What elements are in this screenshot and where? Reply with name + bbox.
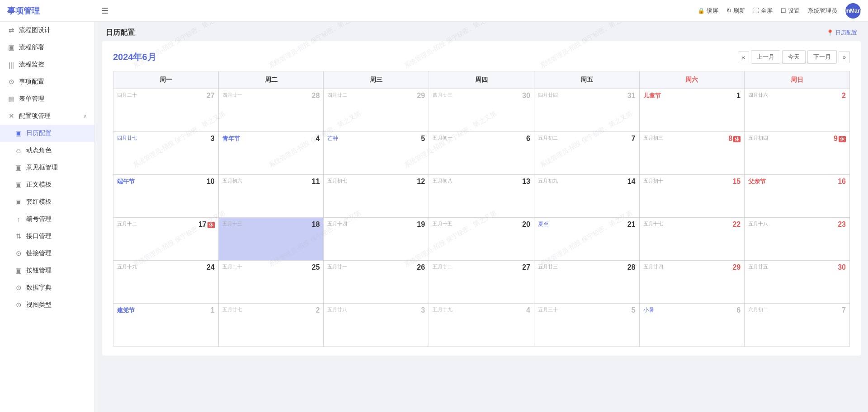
cell-lunar: 五月初七 bbox=[327, 178, 347, 184]
sidebar-item-flow-monitor[interactable]: ||| 流程监控 bbox=[0, 56, 94, 73]
calendar-cell-r2c0[interactable]: 端午节10 bbox=[113, 175, 219, 218]
sidebar-group-config-options[interactable]: ✕ 配置项管理 ∧ bbox=[0, 108, 94, 125]
calendar-cell-r2c3[interactable]: 五月初八13 bbox=[429, 175, 534, 218]
collapse-icon: ∧ bbox=[83, 113, 87, 119]
cell-lunar: 五月十三 bbox=[222, 220, 242, 227]
calendar-cell-r4c0[interactable]: 五月十九24 bbox=[113, 261, 219, 304]
calendar-cell-r1c3[interactable]: 五月初一6 bbox=[429, 132, 534, 175]
calendar-cell-r2c6[interactable]: 父亲节16 bbox=[745, 175, 850, 218]
today-button[interactable]: 今天 bbox=[782, 50, 806, 64]
sidebar-item-dynamic-role[interactable]: ☺ 动态角色 bbox=[0, 142, 94, 159]
cell-holiday: 儿童节 bbox=[643, 92, 661, 100]
calendar-cell-r1c1[interactable]: 青年节4 bbox=[218, 132, 324, 175]
calendar-cell-r4c3[interactable]: 五月廿二27 bbox=[429, 261, 534, 304]
sidebar-item-label: 意见框管理 bbox=[26, 164, 58, 172]
sidebar-item-interface-manage[interactable]: ⇅ 接口管理 bbox=[0, 228, 94, 245]
lock-screen-button[interactable]: 🔒 锁屏 bbox=[698, 7, 718, 15]
week-tue: 周二 bbox=[218, 71, 324, 89]
cell-date: 18 bbox=[312, 220, 320, 229]
next-month-button[interactable]: 下一月 bbox=[807, 50, 837, 64]
calendar-cell-r3c2[interactable]: 五月十四19 bbox=[324, 218, 429, 261]
cell-date: 16 bbox=[838, 178, 846, 186]
sidebar-item-label: 动态角色 bbox=[26, 146, 52, 154]
number-manage-icon: ↑ bbox=[14, 215, 23, 223]
prev-month-button[interactable]: 上一月 bbox=[751, 50, 780, 64]
calendar-cell-r4c4[interactable]: 五月廿三28 bbox=[534, 261, 639, 304]
calendar-cell-r5c5[interactable]: 小暑6 bbox=[639, 304, 745, 346]
page-title: 日历配置 bbox=[106, 28, 135, 37]
sidebar-item-number-manage[interactable]: ↑ 编号管理 bbox=[0, 211, 94, 228]
cell-lunar: 五月初八 bbox=[433, 178, 453, 184]
calendar-cell-r5c6[interactable]: 六月初二7 bbox=[745, 304, 850, 346]
next-next-button[interactable]: » bbox=[839, 51, 850, 63]
calendar-cell-r5c4[interactable]: 五月三十5 bbox=[534, 304, 639, 346]
sidebar-item-flow-deploy[interactable]: ▣ 流程部署 bbox=[0, 39, 94, 56]
sidebar-item-red-template[interactable]: ▣ 套红模板 bbox=[0, 193, 94, 211]
cell-lunar: 五月十五 bbox=[433, 220, 453, 227]
calendar-cell-r5c0[interactable]: 建党节1 bbox=[113, 304, 219, 346]
calendar-cell-r2c5[interactable]: 五月初十15 bbox=[639, 175, 745, 218]
calendar-cell-r1c0[interactable]: 四月廿七3 bbox=[113, 132, 219, 175]
calendar-cell-r2c1[interactable]: 五月初六11 bbox=[218, 175, 324, 218]
cell-date: 3 bbox=[211, 135, 215, 143]
calendar-tbody: 四月二十27四月廿一28四月廿二29四月廿三30四月廿四31儿童节1四月廿六2四… bbox=[113, 89, 850, 346]
calendar-cell-r2c4[interactable]: 五月初九14 bbox=[534, 175, 639, 218]
calendar-cell-r3c3[interactable]: 五月十五20 bbox=[429, 218, 534, 261]
calendar-cell-r4c6[interactable]: 五月廿五30 bbox=[745, 261, 850, 304]
refresh-button[interactable]: ↻ 刷新 bbox=[726, 7, 745, 15]
cell-lunar: 五月廿七 bbox=[222, 306, 242, 313]
calendar-table: 周一 周二 周三 周四 周五 周六 周日 四月二十27四月廿一28四月廿二29四… bbox=[113, 71, 850, 346]
calendar-cell-r3c0[interactable]: 五月十二17休 bbox=[113, 218, 219, 261]
calendar-cell-r0c2[interactable]: 四月廿二29 bbox=[324, 89, 429, 132]
sidebar-item-data-dict[interactable]: ⊙ 数据字典 bbox=[0, 279, 94, 296]
cell-date: 20 bbox=[522, 220, 530, 229]
sidebar-item-button-manage[interactable]: ▣ 按钮管理 bbox=[0, 262, 94, 279]
calendar-header: 2024年6月 « 上一月 今天 下一月 » bbox=[113, 50, 850, 64]
avatar[interactable]: mMan bbox=[845, 3, 861, 19]
calendar-cell-r3c4[interactable]: 夏至21 bbox=[534, 218, 639, 261]
sidebar-item-label: 表单管理 bbox=[19, 95, 44, 103]
calendar-cell-r1c5[interactable]: 五月初三8休 bbox=[639, 132, 745, 175]
sidebar-item-view-type[interactable]: ⊙ 视图类型 bbox=[0, 296, 94, 314]
calendar-cell-r3c6[interactable]: 五月十八23 bbox=[745, 218, 850, 261]
calendar-cell-r4c2[interactable]: 五月廿一26 bbox=[324, 261, 429, 304]
calendar-cell-r0c6[interactable]: 四月廿六2 bbox=[745, 89, 850, 132]
sidebar-item-label: 流程部署 bbox=[19, 43, 44, 52]
cell-solar: 小暑 bbox=[643, 306, 654, 314]
calendar-thead: 周一 周二 周三 周四 周五 周六 周日 bbox=[113, 71, 850, 89]
calendar-cell-r5c2[interactable]: 五月廿八3 bbox=[324, 304, 429, 346]
calendar-cell-r3c1[interactable]: 五月十三18 bbox=[218, 218, 324, 261]
sidebar-item-feedback[interactable]: ▣ 意见框管理 bbox=[0, 159, 94, 176]
cell-date: 5 bbox=[632, 306, 636, 314]
settings-button[interactable]: ☐ 设置 bbox=[781, 7, 800, 15]
sidebar-item-task-config[interactable]: ⊙ 事项配置 bbox=[0, 73, 94, 90]
calendar-cell-r1c6[interactable]: 五月初四9休 bbox=[745, 132, 850, 175]
calendar-cell-r0c4[interactable]: 四月廿四31 bbox=[534, 89, 639, 132]
calendar-cell-r5c3[interactable]: 五月廿九4 bbox=[429, 304, 534, 346]
cell-lunar: 四月二十 bbox=[117, 92, 137, 98]
sidebar-item-link-manage[interactable]: ⊙ 链接管理 bbox=[0, 245, 94, 262]
calendar-cell-r0c5[interactable]: 儿童节1 bbox=[639, 89, 745, 132]
cell-lunar: 五月初二 bbox=[538, 135, 558, 141]
calendar-cell-r3c5[interactable]: 五月十七22 bbox=[639, 218, 745, 261]
calendar-cell-r0c3[interactable]: 四月廿三30 bbox=[429, 89, 534, 132]
calendar-cell-r5c1[interactable]: 五月廿七2 bbox=[218, 304, 324, 346]
fullscreen-button[interactable]: ⛶ 全屏 bbox=[753, 7, 773, 15]
calendar-cell-r0c1[interactable]: 四月廿一28 bbox=[218, 89, 324, 132]
sidebar-item-calendar-config[interactable]: ▣ 日历配置 bbox=[0, 125, 94, 142]
sidebar-item-form-manage[interactable]: ▦ 表单管理 bbox=[0, 90, 94, 108]
sidebar-item-text-template[interactable]: ▣ 正文模板 bbox=[0, 176, 94, 193]
calendar-cell-r1c2[interactable]: 芒种5 bbox=[324, 132, 429, 175]
sidebar-toggle-icon[interactable]: ☰ bbox=[101, 6, 108, 16]
calendar-cell-r2c2[interactable]: 五月初七12 bbox=[324, 175, 429, 218]
prev-prev-button[interactable]: « bbox=[738, 51, 749, 63]
rest-badge: 休 bbox=[733, 136, 741, 142]
cell-holiday: 青年节 bbox=[222, 135, 240, 143]
calendar-cell-r1c4[interactable]: 五月初二7 bbox=[534, 132, 639, 175]
calendar-cell-r0c0[interactable]: 四月二十27 bbox=[113, 89, 219, 132]
calendar-cell-r4c1[interactable]: 五月二十25 bbox=[218, 261, 324, 304]
cell-date: 2 bbox=[842, 92, 846, 100]
form-manage-icon: ▦ bbox=[7, 95, 15, 103]
calendar-cell-r4c5[interactable]: 五月廿四29 bbox=[639, 261, 745, 304]
sidebar-item-flow-design[interactable]: ⇄ 流程图设计 bbox=[0, 22, 94, 39]
